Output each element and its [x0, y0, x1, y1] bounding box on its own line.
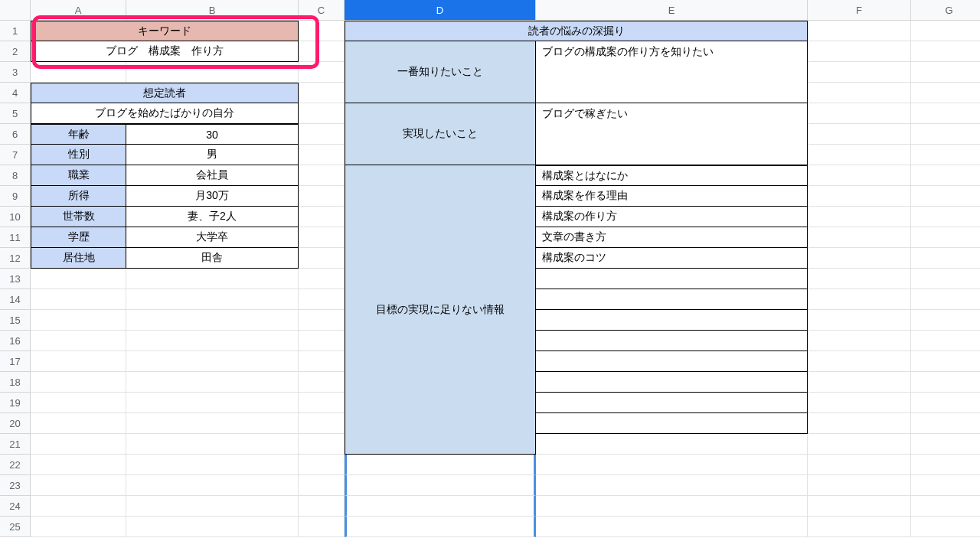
- cell-G1[interactable]: [911, 21, 980, 41]
- column-header-E[interactable]: E: [536, 0, 808, 21]
- cell-F20[interactable]: [808, 413, 911, 434]
- needs-missing-row-17[interactable]: [536, 351, 808, 372]
- cell-G5[interactable]: [911, 103, 980, 124]
- cell-G2[interactable]: [911, 41, 980, 62]
- row-header-21[interactable]: 21: [0, 434, 31, 455]
- row-header-11[interactable]: 11: [0, 227, 31, 248]
- cell-F3[interactable]: [808, 62, 911, 83]
- cell-F18[interactable]: [808, 372, 911, 393]
- cell-F8[interactable]: [808, 165, 911, 186]
- cell-F6[interactable]: [808, 124, 911, 145]
- cell-E24[interactable]: [536, 496, 808, 517]
- row-header-8[interactable]: 8: [0, 165, 31, 186]
- needs-missing-row-13[interactable]: [536, 269, 808, 289]
- needs-missing-label[interactable]: 目標の実現に足りない情報: [345, 165, 536, 455]
- cell-G19[interactable]: [911, 393, 980, 413]
- cell-A24[interactable]: [31, 496, 126, 517]
- cell-F12[interactable]: [808, 248, 911, 269]
- cell-C13[interactable]: [299, 269, 345, 289]
- cell-B24[interactable]: [126, 496, 299, 517]
- cell-C15[interactable]: [299, 310, 345, 331]
- cell-G18[interactable]: [911, 372, 980, 393]
- cell-E25[interactable]: [536, 517, 808, 537]
- cell-A21[interactable]: [31, 434, 126, 455]
- cell-F7[interactable]: [808, 145, 911, 165]
- cell-C20[interactable]: [299, 413, 345, 434]
- row-header-22[interactable]: 22: [0, 455, 31, 475]
- cell-A17[interactable]: [31, 351, 126, 372]
- cell-B21[interactable]: [126, 434, 299, 455]
- cell-C23[interactable]: [299, 475, 345, 496]
- cell-B23[interactable]: [126, 475, 299, 496]
- cell-G21[interactable]: [911, 434, 980, 455]
- cell-B18[interactable]: [126, 372, 299, 393]
- row-header-17[interactable]: 17: [0, 351, 31, 372]
- cell-C19[interactable]: [299, 393, 345, 413]
- cell-B25[interactable]: [126, 517, 299, 537]
- cell-F21[interactable]: [808, 434, 911, 455]
- needs-missing-row-9[interactable]: 構成案を作る理由: [536, 186, 808, 207]
- cell-G6[interactable]: [911, 124, 980, 145]
- column-header-F[interactable]: F: [808, 0, 911, 21]
- profile-label-8[interactable]: 職業: [31, 165, 126, 186]
- cell-B13[interactable]: [126, 269, 299, 289]
- row-header-10[interactable]: 10: [0, 207, 31, 227]
- cell-G4[interactable]: [911, 83, 980, 103]
- keyword-value[interactable]: ブログ 構成案 作り方: [31, 41, 299, 62]
- cell-A18[interactable]: [31, 372, 126, 393]
- cell-G22[interactable]: [911, 455, 980, 475]
- cell-C9[interactable]: [299, 186, 345, 207]
- cell-F22[interactable]: [808, 455, 911, 475]
- cell-F23[interactable]: [808, 475, 911, 496]
- needs-section2-label[interactable]: 実現したいこと: [345, 103, 536, 165]
- cell-C5[interactable]: [299, 103, 345, 124]
- needs-missing-row-15[interactable]: [536, 310, 808, 331]
- cell-F4[interactable]: [808, 83, 911, 103]
- cell-G11[interactable]: [911, 227, 980, 248]
- column-header-D[interactable]: D: [345, 0, 536, 21]
- cell-C14[interactable]: [299, 289, 345, 310]
- row-header-1[interactable]: 1: [0, 21, 31, 41]
- profile-value-10[interactable]: 妻、子2人: [126, 207, 299, 227]
- needs-missing-row-12[interactable]: 構成案のコツ: [536, 248, 808, 269]
- row-header-6[interactable]: 6: [0, 124, 31, 145]
- row-header-5[interactable]: 5: [0, 103, 31, 124]
- profile-value-11[interactable]: 大学卒: [126, 227, 299, 248]
- cell-B16[interactable]: [126, 331, 299, 351]
- cell-D24[interactable]: [345, 496, 536, 517]
- row-header-20[interactable]: 20: [0, 413, 31, 434]
- cell-C10[interactable]: [299, 207, 345, 227]
- cell-G17[interactable]: [911, 351, 980, 372]
- cell-A16[interactable]: [31, 331, 126, 351]
- needs-missing-row-16[interactable]: [536, 331, 808, 351]
- cell-C24[interactable]: [299, 496, 345, 517]
- cell-F17[interactable]: [808, 351, 911, 372]
- cell-C21[interactable]: [299, 434, 345, 455]
- cell-A20[interactable]: [31, 413, 126, 434]
- cell-F1[interactable]: [808, 21, 911, 41]
- row-header-16[interactable]: 16: [0, 331, 31, 351]
- cell-B17[interactable]: [126, 351, 299, 372]
- column-header-C[interactable]: C: [299, 0, 345, 21]
- profile-label-9[interactable]: 所得: [31, 186, 126, 207]
- cell-F2[interactable]: [808, 41, 911, 62]
- cell-D22[interactable]: [345, 455, 536, 475]
- cell-D23[interactable]: [345, 475, 536, 496]
- needs-missing-row-10[interactable]: 構成案の作り方: [536, 207, 808, 227]
- cell-F24[interactable]: [808, 496, 911, 517]
- cell-A19[interactable]: [31, 393, 126, 413]
- cell-B15[interactable]: [126, 310, 299, 331]
- cell-F15[interactable]: [808, 310, 911, 331]
- cell-G10[interactable]: [911, 207, 980, 227]
- cell-G16[interactable]: [911, 331, 980, 351]
- cell-C16[interactable]: [299, 331, 345, 351]
- column-header-B[interactable]: B: [126, 0, 299, 21]
- cell-F5[interactable]: [808, 103, 911, 124]
- cell-F11[interactable]: [808, 227, 911, 248]
- needs-missing-row-18[interactable]: [536, 372, 808, 393]
- needs-missing-row-14[interactable]: [536, 289, 808, 310]
- cell-D25[interactable]: [345, 517, 536, 537]
- needs-missing-row-19[interactable]: [536, 393, 808, 413]
- cell-B22[interactable]: [126, 455, 299, 475]
- keyword-header[interactable]: キーワード: [31, 21, 299, 41]
